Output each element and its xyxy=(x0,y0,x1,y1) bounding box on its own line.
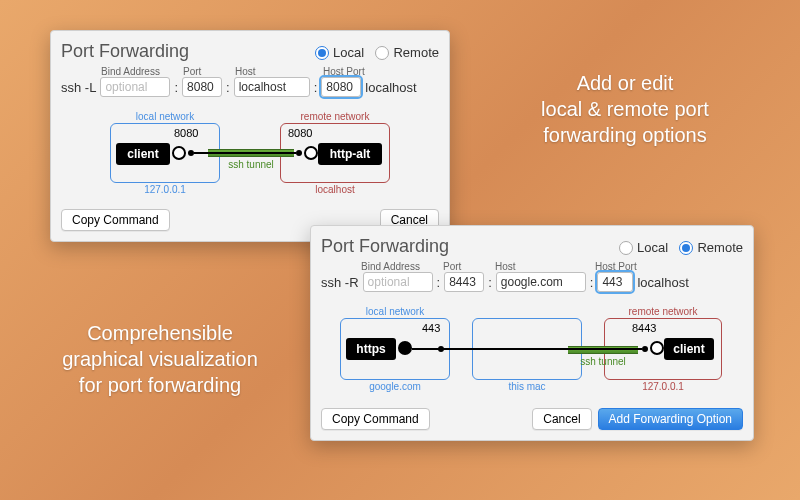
ssh-suffix: localhost xyxy=(365,80,416,95)
local-host-label: google.com xyxy=(341,381,449,392)
bind-address-input[interactable]: optional xyxy=(100,77,170,97)
port-forwarding-panel-remote: Port Forwarding Local Remote Bind Addres… xyxy=(310,225,754,441)
radio-dot-icon xyxy=(679,241,693,255)
ssh-suffix: localhost xyxy=(637,275,688,290)
client-node: client xyxy=(664,338,714,360)
this-mac-label: this mac xyxy=(473,381,581,392)
label-bind-address: Bind Address xyxy=(361,261,443,272)
socket-icon xyxy=(650,341,664,355)
local-ip-label: 127.0.0.1 xyxy=(111,184,219,195)
forwarding-diagram: local network 127.0.0.1 remote network l… xyxy=(90,109,410,201)
remote-network-label: remote network xyxy=(281,111,389,122)
host-input[interactable]: localhost xyxy=(234,77,310,97)
remote-ip-label: 127.0.0.1 xyxy=(605,381,721,392)
tunnel-label: ssh tunnel xyxy=(208,159,294,170)
radio-local[interactable]: Local xyxy=(315,45,364,60)
copy-command-button[interactable]: Copy Command xyxy=(61,209,170,231)
label-host: Host xyxy=(495,261,595,272)
radio-local[interactable]: Local xyxy=(619,240,668,255)
bind-address-input[interactable]: optional xyxy=(363,272,433,292)
label-port: Port xyxy=(183,66,235,77)
right-port-label: 8443 xyxy=(632,322,656,334)
label-host-port: Host Port xyxy=(595,261,655,272)
right-port-label: 8080 xyxy=(288,127,312,139)
radio-dot-icon xyxy=(375,46,389,60)
ssh-prefix: ssh -R xyxy=(321,275,359,290)
left-port-label: 443 xyxy=(422,322,440,334)
local-network-label: local network xyxy=(111,111,219,122)
socket-icon xyxy=(172,146,186,160)
label-bind-address: Bind Address xyxy=(101,66,183,77)
remote-network-label: remote network xyxy=(605,306,721,317)
label-host-port: Host Port xyxy=(323,66,383,77)
http-alt-node: http-alt xyxy=(318,143,382,165)
caption-bottom-left: Comprehensiblegraphical visualizationfor… xyxy=(40,320,280,398)
label-host: Host xyxy=(235,66,323,77)
socket-icon xyxy=(304,146,318,160)
left-port-label: 8080 xyxy=(174,127,198,139)
radio-dot-icon xyxy=(315,46,329,60)
panel-title: Port Forwarding xyxy=(61,41,189,62)
socket-icon xyxy=(398,341,412,355)
host-input[interactable]: google.com xyxy=(496,272,586,292)
copy-command-button[interactable]: Copy Command xyxy=(321,408,430,430)
radio-remote[interactable]: Remote xyxy=(679,240,743,255)
client-node: client xyxy=(116,143,170,165)
https-node: https xyxy=(346,338,396,360)
panel-title: Port Forwarding xyxy=(321,236,449,257)
caption-top-right: Add or editlocal & remote portforwarding… xyxy=(510,70,740,148)
add-forwarding-option-button[interactable]: Add Forwarding Option xyxy=(598,408,743,430)
remote-host-label: localhost xyxy=(281,184,389,195)
port-input[interactable]: 8443 xyxy=(444,272,484,292)
local-network-label: local network xyxy=(341,306,449,317)
port-forwarding-panel-local: Port Forwarding Local Remote Bind Addres… xyxy=(50,30,450,242)
radio-dot-icon xyxy=(619,241,633,255)
ssh-prefix: ssh -L xyxy=(61,80,96,95)
port-input[interactable]: 8080 xyxy=(182,77,222,97)
host-port-input[interactable]: 443 xyxy=(597,272,633,292)
forwarding-diagram: local network google.com this mac remote… xyxy=(332,304,732,400)
radio-remote[interactable]: Remote xyxy=(375,45,439,60)
tunnel-label: ssh tunnel xyxy=(562,356,644,367)
host-port-input[interactable]: 8080 xyxy=(321,77,361,97)
label-port: Port xyxy=(443,261,495,272)
cancel-button[interactable]: Cancel xyxy=(532,408,591,430)
